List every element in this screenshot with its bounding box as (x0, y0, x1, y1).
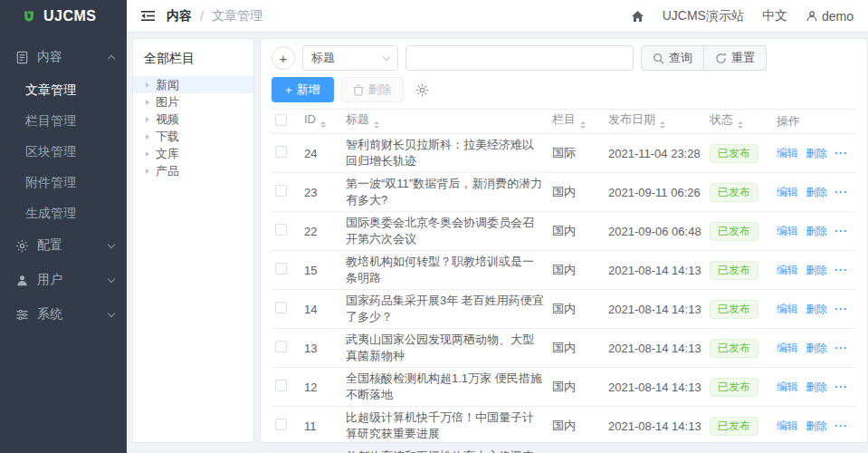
delete-link[interactable]: 删除 (806, 341, 827, 356)
caret-right-icon[interactable] (146, 82, 149, 88)
more-actions-icon[interactable]: ··· (835, 419, 848, 432)
filter-field-select[interactable]: 标题 (302, 45, 398, 71)
user-menu[interactable]: demo (806, 9, 854, 24)
more-actions-icon[interactable]: ··· (835, 225, 848, 237)
reset-button[interactable]: 重置 (703, 46, 766, 70)
row-checkbox[interactable] (275, 185, 287, 197)
chevron-down-icon (383, 53, 390, 60)
sort-icon[interactable] (374, 119, 379, 131)
select-all-checkbox[interactable] (275, 114, 287, 126)
column-header-ID[interactable]: ID (300, 110, 342, 134)
edit-link[interactable]: 编辑 (777, 146, 798, 161)
tree-item-视频[interactable]: 视频 (133, 111, 253, 128)
sidebar-item-系统[interactable]: 系统 (0, 297, 127, 332)
caret-right-icon[interactable] (146, 100, 149, 105)
add-filter-button[interactable]: + (272, 46, 295, 70)
column-settings-button[interactable] (411, 78, 434, 101)
sort-icon[interactable] (320, 119, 326, 131)
edit-link[interactable]: 编辑 (777, 341, 798, 356)
row-checkbox[interactable] (275, 380, 287, 391)
delete-link[interactable]: 删除 (806, 419, 827, 434)
search-button[interactable]: 查询 (642, 46, 703, 70)
cell-title[interactable]: 首都体育馆和五棵松体育中心将迎来测试赛和测试活动 (342, 446, 548, 453)
channel-tree-title[interactable]: 全部栏目 (133, 49, 253, 76)
table-row: 23第一波“双11”数据背后，新消费的潜力有多大?国内2021-09-11 06… (272, 173, 856, 212)
cell-title[interactable]: 全国核酸检测机构超1.1万家 便民措施不断落地 (342, 368, 548, 407)
cell-channel: 国内 (548, 173, 605, 212)
row-checkbox[interactable] (275, 419, 287, 430)
edit-link[interactable]: 编辑 (777, 185, 798, 200)
edit-link[interactable]: 编辑 (777, 419, 798, 434)
cell-id: 11 (300, 407, 342, 446)
caret-right-icon[interactable] (146, 151, 149, 157)
cell-date: 2021-09-06 06:48 (605, 212, 706, 251)
sidebar-subitem-区块管理[interactable]: 区块管理 (0, 136, 127, 167)
sidebar-item-用户[interactable]: 用户 (0, 263, 127, 297)
delete-link[interactable]: 删除 (806, 380, 827, 395)
tree-item-产品[interactable]: 产品 (133, 162, 253, 179)
more-actions-icon[interactable]: ··· (835, 303, 848, 315)
edit-link[interactable]: 编辑 (777, 263, 798, 278)
cell-title[interactable]: 教培机构如何转型？职教培训或是一条明路 (342, 251, 548, 290)
row-checkbox[interactable] (275, 224, 287, 236)
cell-title[interactable]: 国际奥委会北京冬奥会协调委员会召开第六次会议 (342, 212, 548, 251)
delete-link[interactable]: 删除 (806, 185, 827, 200)
row-checkbox[interactable] (275, 341, 287, 352)
sidebar-item-内容[interactable]: 内容 (0, 40, 127, 74)
edit-link[interactable]: 编辑 (777, 224, 798, 239)
row-checkbox[interactable] (275, 263, 287, 275)
tree-item-下载[interactable]: 下载 (133, 128, 253, 145)
gear-icon (415, 83, 429, 97)
sidebar-subitem-附件管理[interactable]: 附件管理 (0, 167, 127, 198)
site-name-link[interactable]: UJCMS演示站 (663, 8, 744, 24)
sidebar-menu: 内容文章管理栏目管理区块管理附件管理生成管理配置用户系统 (0, 40, 127, 332)
delete-link[interactable]: 删除 (806, 224, 827, 239)
cell-id: 12 (300, 368, 342, 407)
caret-right-icon[interactable] (146, 169, 149, 174)
delete-link[interactable]: 删除 (806, 263, 827, 278)
more-actions-icon[interactable]: ··· (835, 264, 848, 276)
cell-title[interactable]: 比超级计算机快千万倍！中国量子计算研究获重要进展 (342, 407, 548, 446)
cell-title[interactable]: 国家药品集采开展3年 老百姓用药便宜了多少？ (342, 290, 548, 329)
add-article-button[interactable]: + 新增 (272, 77, 334, 102)
sidebar-subitem-文章管理[interactable]: 文章管理 (0, 74, 127, 105)
sort-icon[interactable] (580, 119, 586, 131)
cell-title[interactable]: 智利前财长贝拉斯科：拉美经济难以回归增长轨迹 (342, 134, 548, 173)
breadcrumb-section[interactable]: 内容 (167, 8, 192, 24)
caret-right-icon[interactable] (146, 117, 149, 122)
sort-icon[interactable] (738, 119, 743, 131)
sort-icon[interactable] (660, 119, 665, 131)
sidebar-subitem-生成管理[interactable]: 生成管理 (0, 198, 127, 228)
edit-link[interactable]: 编辑 (777, 380, 798, 395)
edit-link[interactable]: 编辑 (777, 302, 798, 317)
keyword-input[interactable] (405, 45, 634, 71)
sidebar-item-配置[interactable]: 配置 (0, 228, 127, 263)
delete-selected-button[interactable]: 删除 (341, 77, 404, 102)
cell-title[interactable]: 武夷山国家公园发现两栖动物、大型真菌新物种 (342, 329, 548, 368)
column-header-标题[interactable]: 标题 (342, 110, 548, 134)
tree-item-文库[interactable]: 文库 (133, 145, 253, 162)
tree-item-新闻[interactable]: 新闻 (133, 76, 253, 93)
sidebar-subitem-栏目管理[interactable]: 栏目管理 (0, 105, 127, 136)
row-checkbox[interactable] (275, 302, 287, 313)
more-actions-icon[interactable]: ··· (835, 342, 848, 354)
column-header-操作[interactable]: 操作 (773, 110, 856, 134)
home-icon[interactable] (631, 10, 644, 23)
more-actions-icon[interactable]: ··· (835, 186, 848, 198)
column-header-发布日期[interactable]: 发布日期 (605, 110, 706, 134)
row-checkbox[interactable] (275, 146, 287, 158)
tree-item-图片[interactable]: 图片 (133, 93, 253, 111)
caret-right-icon[interactable] (146, 134, 149, 140)
language-switch[interactable]: 中文 (762, 8, 787, 24)
more-actions-icon[interactable]: ··· (835, 381, 848, 393)
table-row: 15教培机构如何转型？职教培训或是一条明路国内2021-08-14 14:13已… (272, 251, 856, 290)
sidebar-fold-icon[interactable] (138, 6, 157, 26)
cell-title[interactable]: 第一波“双11”数据背后，新消费的潜力有多大? (342, 173, 548, 212)
column-header-状态[interactable]: 状态 (706, 110, 773, 134)
more-actions-icon[interactable]: ··· (835, 147, 848, 159)
cell-id: 15 (300, 251, 342, 290)
logo[interactable]: UJCMS (0, 0, 127, 33)
column-header-栏目[interactable]: 栏目 (548, 110, 605, 134)
delete-link[interactable]: 删除 (806, 146, 827, 161)
delete-link[interactable]: 删除 (806, 302, 827, 317)
